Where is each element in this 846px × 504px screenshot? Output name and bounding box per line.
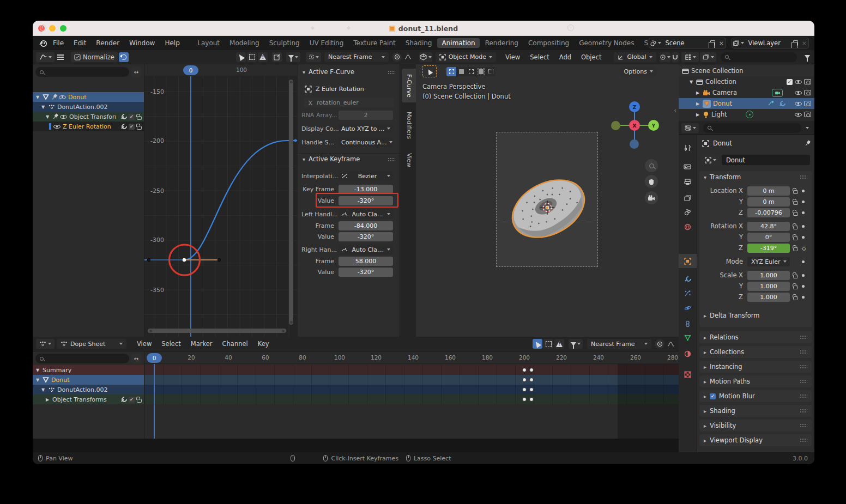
select-mode-new[interactable]: [446, 67, 456, 76]
keyframe-dot[interactable]: [522, 397, 527, 402]
animate-dot[interactable]: [802, 211, 805, 214]
modifier-wrench-icon[interactable]: [120, 114, 126, 120]
animate-dot[interactable]: [802, 260, 805, 263]
expand-arrow-icon[interactable]: ▶: [695, 90, 700, 95]
outliner-label[interactable]: Light: [711, 111, 744, 118]
channel-label[interactable]: DonutAction.002: [57, 386, 107, 393]
outliner-row-camera[interactable]: ▶ Camera: [679, 87, 814, 98]
vertical-scrollbar[interactable]: [289, 80, 293, 325]
unlocked-icon[interactable]: [793, 247, 798, 251]
modifier-wrench-icon[interactable]: [779, 101, 785, 107]
eye-icon[interactable]: [53, 123, 61, 130]
motion-blur-checkbox[interactable]: [710, 393, 716, 399]
rotation-y-field[interactable]: 0°: [747, 233, 790, 242]
modifier-wrench-icon[interactable]: [120, 397, 126, 403]
delta-transform-subpanel[interactable]: ▸Delta Transform: [699, 309, 812, 321]
eye-icon[interactable]: [59, 94, 66, 101]
panel-grip[interactable]: [800, 365, 807, 369]
keyframe-dot[interactable]: [529, 368, 534, 372]
animate-dot[interactable]: [802, 236, 805, 239]
keyframe-dot[interactable]: [522, 387, 527, 392]
gizmo-x-axis[interactable]: X: [629, 120, 640, 131]
snap-mode-dropdown[interactable]: Nearest Frame: [587, 339, 651, 349]
editor-type-dropdown[interactable]: [419, 52, 432, 62]
tab-render-icon[interactable]: [682, 162, 692, 172]
outliner-search-input[interactable]: [721, 52, 797, 62]
render-visibility-icon[interactable]: [804, 90, 811, 95]
dope-mode-dropdown[interactable]: Dope Sheet: [57, 339, 126, 349]
panel-grip[interactable]: [800, 423, 807, 428]
scene-name[interactable]: Scene: [661, 39, 709, 47]
dope-row-donut[interactable]: ▼ Donut: [33, 375, 144, 385]
mode-dropdown[interactable]: Object Mode: [436, 52, 496, 62]
gizmo-y-axis[interactable]: Y: [648, 120, 659, 131]
unlocked-icon[interactable]: [793, 236, 798, 240]
menu-window[interactable]: Window: [124, 39, 160, 47]
channel-search-input[interactable]: [35, 354, 129, 363]
eye-icon[interactable]: [795, 78, 802, 86]
tab-texture-icon[interactable]: [682, 369, 692, 379]
current-frame-badge[interactable]: 0: [183, 65, 198, 75]
expand-collapse-icon[interactable]: ↔: [131, 67, 141, 77]
tab-scene-icon[interactable]: [682, 207, 692, 217]
animate-dot[interactable]: [802, 285, 805, 288]
right-handle-value-field[interactable]: -320°: [339, 268, 393, 277]
panel-header-active-keyframe[interactable]: ▾Active Keyframe: [303, 155, 360, 163]
viewport-menu-add[interactable]: Add: [554, 53, 576, 61]
object-transforms-track[interactable]: [144, 394, 679, 404]
select-mode-intersect[interactable]: [486, 67, 495, 76]
workspace-tab-modeling[interactable]: Modeling: [225, 38, 264, 48]
filter-icon[interactable]: [569, 339, 583, 349]
workspace-tab-layout[interactable]: Layout: [193, 38, 224, 48]
panel-visibility[interactable]: ▸Visibility: [699, 420, 812, 432]
panel-shading[interactable]: ▸Shading: [699, 405, 812, 417]
keyframe-dot[interactable]: [529, 397, 534, 402]
animate-dot[interactable]: [802, 225, 805, 228]
options-dropdown[interactable]: Options: [620, 66, 657, 76]
unlocked-icon[interactable]: [793, 190, 798, 194]
channel-row-z-euler[interactable]: Z Euler Rotation: [33, 122, 144, 131]
dope-row-object-transforms[interactable]: ▶ Object Transforms: [33, 394, 144, 404]
tab-physics-icon[interactable]: [682, 303, 692, 313]
dope-menu-marker[interactable]: Marker: [186, 340, 217, 348]
stopwatch-icon[interactable]: [567, 25, 574, 31]
display-mode-dropdown[interactable]: [700, 52, 716, 62]
current-frame-badge[interactable]: 0: [147, 353, 162, 363]
panel-grip[interactable]: [800, 335, 807, 339]
keyframe-dot[interactable]: [529, 378, 534, 382]
breadcrumb-object-name[interactable]: Donut: [713, 139, 732, 147]
annotate-icon[interactable]: [272, 52, 282, 62]
tab-constraints-icon[interactable]: [682, 319, 692, 329]
eye-icon[interactable]: [60, 113, 67, 120]
render-visibility-icon[interactable]: [804, 112, 811, 117]
expand-arrow-icon[interactable]: ▶: [695, 101, 700, 106]
menu-help[interactable]: Help: [160, 39, 184, 47]
tab-object-data-icon[interactable]: [682, 333, 692, 343]
falloff-curve-icon[interactable]: [403, 52, 413, 62]
tweak-tool-icon[interactable]: [533, 339, 542, 349]
pin-icon[interactable]: [50, 93, 58, 101]
summary-track[interactable]: [144, 365, 679, 375]
right-handle-point[interactable]: [217, 258, 220, 261]
transform-panel-header[interactable]: ▾Transform: [699, 171, 812, 183]
keyframe-point[interactable]: [183, 258, 186, 262]
tab-view-layer-icon[interactable]: [682, 193, 692, 203]
new-scene-button[interactable]: [709, 38, 717, 48]
tab-object-icon[interactable]: [682, 256, 692, 266]
box-select-icon[interactable]: [247, 52, 257, 62]
remove-viewlayer-button[interactable]: ×: [800, 38, 808, 48]
render-visibility-icon[interactable]: [804, 101, 811, 106]
panel-instancing[interactable]: ▸Instancing: [699, 361, 812, 373]
outliner-row-light[interactable]: ▶ Light: [679, 109, 814, 120]
channel-enable-checkbox[interactable]: [129, 114, 135, 120]
animate-dot[interactable]: [802, 274, 805, 277]
gizmo-x-neg-axis[interactable]: [611, 121, 620, 130]
workspace-tab-shading[interactable]: Shading: [401, 38, 437, 48]
channel-row-action[interactable]: ▼ DonutAction.002: [33, 102, 144, 112]
channel-search-input[interactable]: [35, 67, 129, 77]
left-handle-point[interactable]: [147, 258, 150, 261]
tab-output-icon[interactable]: [682, 177, 692, 187]
channel-label[interactable]: Donut: [68, 94, 86, 101]
unlocked-icon[interactable]: [137, 126, 142, 130]
animation-data-icon[interactable]: [768, 100, 776, 107]
